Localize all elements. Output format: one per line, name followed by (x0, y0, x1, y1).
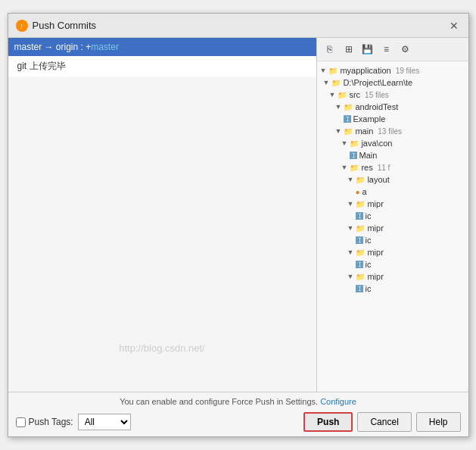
arrow-icon: ▼ (347, 273, 354, 280)
list-item[interactable]: ● a (317, 186, 468, 198)
arrow-icon: ▼ (335, 103, 342, 111)
list-item[interactable]: ▼ 📁 res 11 f (317, 161, 468, 173)
tree-item-label: Main (359, 151, 378, 160)
list-item[interactable]: ▼ 📁 D:\Project\Learn\te (317, 77, 468, 89)
list-item[interactable]: ▼ 📁 layout (317, 173, 468, 186)
folder-icon: 📁 (356, 273, 365, 281)
tree-item-label: main (355, 127, 373, 136)
tree-item-label: mipr (367, 248, 383, 257)
arrow-icon: ▼ (323, 79, 330, 86)
file-icon: 🅸 (356, 212, 363, 220)
arrow-icon: ▼ (347, 200, 354, 208)
list-item[interactable]: ▼ 📁 mipr (317, 246, 468, 258)
file-tree: ▼ 📁 myapplication 19 files ▼ 📁 D:\Projec… (317, 61, 468, 392)
list-item[interactable]: 🅸 ic (317, 258, 468, 270)
list-item[interactable]: ▼ 📁 mipr (317, 222, 468, 234)
list-item[interactable]: ▼ 📁 mipr (317, 198, 468, 210)
file-icon: 🅸 (356, 236, 363, 245)
list-item[interactable]: ▼ 📁 androidTest (317, 101, 468, 113)
toolbar-list-button[interactable]: ≡ (378, 41, 395, 58)
cancel-button[interactable]: Cancel (357, 412, 411, 432)
commit-item: git 上传完毕 (8, 56, 316, 77)
commit-header-text: master → origin : + (14, 42, 92, 52)
tree-item-badge: 11 f (378, 164, 390, 172)
tree-item-label: mipr (367, 199, 383, 208)
title-bar: ↑ Push Commits ✕ (8, 14, 468, 38)
list-item[interactable]: 🅸 ic (317, 234, 468, 246)
tree-item-label: ic (366, 236, 372, 245)
push-tags-area: Push Tags: All (16, 414, 131, 430)
commit-list: master → origin : +master git 上传完毕 (8, 38, 316, 392)
tree-root[interactable]: ▼ 📁 myapplication 19 files (317, 64, 468, 77)
file-icon: 🅸 (350, 152, 357, 160)
tree-item-label: mipr (367, 223, 383, 233)
arrow-icon: ▼ (335, 127, 342, 135)
arrow-icon: ▼ (341, 139, 348, 147)
folder-icon: 📁 (356, 248, 365, 257)
help-button[interactable]: Help (416, 412, 461, 432)
push-commits-dialog: ↑ Push Commits ✕ master → origin : +mast… (8, 13, 469, 437)
list-item[interactable]: 🅸 ic (317, 283, 468, 295)
dialog-title: Push Commits (33, 20, 97, 31)
folder-icon: 📁 (350, 164, 359, 172)
dialog-icon: ↑ (16, 20, 28, 32)
tree-item-label: java\con (361, 139, 392, 148)
list-item[interactable]: ▼ 📁 src 15 files (317, 89, 468, 101)
push-tags-checkbox[interactable] (16, 417, 26, 427)
bottom-row: Push Tags: All Push Cancel Help (16, 412, 461, 432)
arrow-icon: ▼ (347, 176, 354, 183)
tree-item-badge: 15 files (365, 91, 389, 99)
tree-item-label: androidTest (355, 102, 398, 111)
toolbar-settings-button[interactable]: ⚙ (397, 41, 414, 58)
close-button[interactable]: ✕ (447, 19, 461, 33)
folder-icon: 📁 (331, 79, 341, 87)
push-tags-checkbox-label[interactable]: Push Tags: (16, 417, 73, 427)
master-link[interactable]: master (91, 42, 119, 52)
toolbar-copy-button[interactable]: ⎘ (322, 41, 338, 58)
commit-header[interactable]: master → origin : +master (8, 38, 316, 56)
arrow-icon: ▼ (347, 248, 354, 256)
toolbar-diff-button[interactable]: ⊞ (341, 41, 357, 58)
push-tags-label: Push Tags: (29, 417, 73, 427)
tree-item-label: ic (366, 211, 372, 220)
bottom-bar: You can enable and configure Force Push … (8, 392, 468, 436)
push-tags-dropdown[interactable]: All (78, 414, 131, 430)
right-toolbar: ⎘ ⊞ 💾 ≡ ⚙ (317, 38, 468, 61)
tree-item-label: ic (366, 260, 372, 269)
title-bar-left: ↑ Push Commits (16, 20, 97, 32)
folder-icon: 📁 (338, 91, 347, 99)
list-item[interactable]: ▼ 📁 java\con (317, 137, 468, 149)
arrow-icon: ▼ (341, 164, 348, 171)
tree-item-label: src (349, 90, 360, 99)
tree-item-label: D:\Project\Learn\te (343, 78, 412, 87)
left-panel: master → origin : +master git 上传完毕 http:… (8, 38, 317, 392)
folder-icon: 📁 (350, 139, 359, 148)
tree-item-label: ic (366, 284, 372, 293)
push-button[interactable]: Push (303, 412, 353, 432)
list-item[interactable]: ▼ 📁 main 13 files (317, 125, 468, 137)
file-icon: ● (356, 188, 360, 196)
tree-root-badge: 19 files (396, 67, 420, 75)
dialog-body: master → origin : +master git 上传完毕 http:… (8, 38, 468, 392)
folder-icon: 📁 (356, 224, 365, 233)
toolbar-save-button[interactable]: 💾 (359, 41, 376, 58)
action-buttons: Push Cancel Help (303, 412, 460, 432)
arrow-icon: ▼ (320, 67, 327, 74)
arrow-icon: ▼ (329, 91, 336, 98)
configure-link[interactable]: Configure (320, 397, 356, 406)
tree-item-label: mipr (367, 272, 383, 281)
list-item[interactable]: 🅸 ic (317, 210, 468, 222)
folder-icon: 📁 (344, 103, 353, 111)
arrow-icon: ▼ (347, 224, 354, 232)
file-icon: 🅸 (356, 285, 363, 293)
list-item[interactable]: 🅸 Main (317, 149, 468, 161)
file-icon: 🅸 (356, 261, 363, 269)
tree-item-label: Example (353, 114, 386, 123)
settings-text: You can enable and configure Force Push … (16, 397, 461, 406)
list-item[interactable]: ▼ 📁 mipr (317, 270, 468, 283)
file-icon: 🅸 (344, 115, 351, 123)
tree-item-label: res (361, 163, 372, 172)
folder-icon: 📁 (356, 200, 365, 208)
list-item[interactable]: 🅸 Example (317, 113, 468, 125)
tree-item-badge: 13 files (378, 127, 402, 136)
